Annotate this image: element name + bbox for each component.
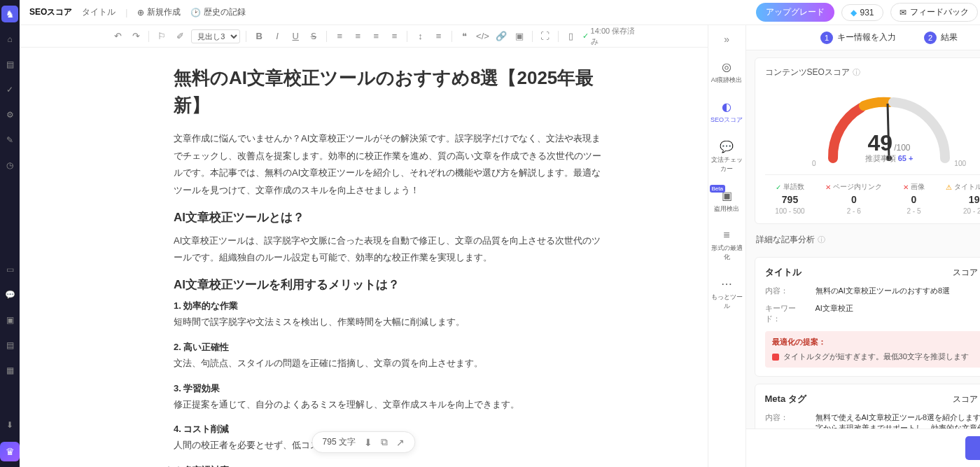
meta-section-head[interactable]: Meta タグ スコア：17/20▾ bbox=[765, 393, 980, 405]
article-h2-1[interactable]: AI文章校正ツールとは？ bbox=[174, 209, 603, 225]
merit-5-title[interactable]: 5. 多言語対応 bbox=[174, 464, 603, 467]
article-p2[interactable]: AI文章校正ツールは、誤字脱字や文脈に合った表現を自動で修正し、文章の品質を向上… bbox=[174, 232, 603, 267]
collapse-icon[interactable]: » bbox=[724, 34, 729, 45]
word-count: 795 文字 bbox=[323, 436, 356, 448]
chat-icon[interactable]: 💬 bbox=[1, 286, 18, 303]
italic-icon[interactable]: I bbox=[270, 29, 284, 44]
step-2[interactable]: 2結果 bbox=[924, 32, 958, 44]
back-button[interactable]: 後退 bbox=[965, 436, 980, 460]
ai-icon: ◎ bbox=[722, 60, 732, 74]
chat-icon: 💬 bbox=[720, 140, 734, 153]
topbar: SEOスコア タイトル | ⊕新規作成 🕑歴史の記録 アップグレード ◆931 … bbox=[20, 0, 980, 25]
mid-sidebar: » ◎AI痕跡検出 ◐SEOスコア 💬文法チェッカー Beta▣盗用検出 ≡形式… bbox=[708, 25, 746, 467]
gear-icon[interactable]: ⚙ bbox=[1, 106, 18, 123]
indent-icon[interactable]: ≡ bbox=[431, 29, 445, 44]
float-bar: 795 文字 ⬇ ⧉ ↗ bbox=[312, 431, 415, 453]
mid-more[interactable]: ⋯もっとツール bbox=[708, 274, 746, 314]
plus-icon: ⊕ bbox=[137, 8, 144, 18]
dots-icon: ⋯ bbox=[721, 277, 732, 291]
title-suggestion: 最適化の提案： タイトルタグが短すぎます。最低30文字を推奨します bbox=[765, 331, 980, 368]
info-icon[interactable]: ⓘ bbox=[853, 67, 860, 78]
upgrade-button[interactable]: アップグレード bbox=[756, 3, 834, 22]
side-icon[interactable]: ▯ bbox=[564, 29, 578, 44]
home-icon[interactable]: ⌂ bbox=[1, 31, 18, 48]
flag-icon[interactable]: ⚐ bbox=[155, 29, 169, 44]
error-square-icon bbox=[772, 354, 779, 361]
seo-card-title: コンテンツSEOスコア bbox=[765, 67, 850, 78]
article-intro[interactable]: 文章作成に悩んでいませんか？AI文章校正ツールがその解決策です。誤字脱字だけでな… bbox=[174, 130, 603, 200]
tab-title[interactable]: タイトル bbox=[82, 6, 115, 18]
image-insert-icon[interactable]: ▣ bbox=[512, 29, 526, 44]
list-icon[interactable]: ▤ bbox=[1, 337, 18, 354]
align-left-icon[interactable]: ≡ bbox=[332, 29, 346, 44]
stat-title-len: ⚠タイトルの長さ1920 - 26 bbox=[946, 182, 980, 215]
check-icon[interactable]: ✓ bbox=[1, 81, 18, 98]
title-analysis-card: タイトル スコア：75/90▾ 内容：無料のAI文章校正ツールのおすすめ8選 キ… bbox=[755, 257, 980, 377]
diamond-icon: ◆ bbox=[850, 8, 857, 18]
mid-format[interactable]: ≡形式の最適化 bbox=[708, 226, 746, 265]
align-center-icon[interactable]: ≡ bbox=[351, 29, 365, 44]
meta-analysis-card: Meta タグ スコア：17/20▾ 内容：無料で使えるAI文章校正ツール8選を… bbox=[755, 384, 980, 428]
merit-3-title[interactable]: 3. 学習効果 bbox=[174, 382, 603, 395]
editor-toolbar: ↶ ↷ ⚐ ✐ 見出し3 B I U S̶ ≡ ≡ ≡ ≡ bbox=[20, 25, 708, 48]
merit-2-title[interactable]: 2. 高い正確性 bbox=[174, 341, 603, 354]
right-panel: 1キー情報を入力 2結果 コンテンツSEOスコアⓘ bbox=[746, 25, 980, 467]
image-icon[interactable]: ▣ bbox=[1, 312, 18, 328]
code-icon[interactable]: </> bbox=[475, 29, 489, 44]
mid-plagiarism[interactable]: Beta▣盗用検出 bbox=[708, 186, 746, 216]
step-1[interactable]: 1キー情報を入力 bbox=[820, 32, 896, 44]
list-ol-icon[interactable]: ≡ bbox=[369, 29, 383, 44]
merit-2-body[interactable]: 文法、句読点、スタイルの問題を正確に指摘し、文章の質を向上させます。 bbox=[174, 355, 603, 372]
stat-words: ✓単語数795100 - 500 bbox=[775, 182, 804, 215]
book-icon[interactable]: ▭ bbox=[1, 261, 18, 278]
app-logo-icon[interactable]: ♞ bbox=[1, 6, 18, 22]
clock-icon: 🕑 bbox=[190, 8, 201, 18]
info-icon[interactable]: ⓘ bbox=[818, 235, 825, 245]
stat-links: ✕ページ内リンク02 - 6 bbox=[825, 182, 882, 215]
strike-icon[interactable]: S̶ bbox=[307, 29, 321, 44]
points-pill[interactable]: ◆931 bbox=[841, 4, 883, 21]
row-handle[interactable]: + ⋮⋮ bbox=[155, 464, 183, 467]
crown-icon[interactable]: ♛ bbox=[0, 442, 20, 461]
list-ul-icon[interactable]: ≡ bbox=[387, 29, 401, 44]
article-h1[interactable]: 無料のAI文章校正ツールのおすすめ8選【2025年最新】 bbox=[174, 64, 603, 119]
history-icon[interactable]: ◷ bbox=[1, 157, 18, 174]
quote-icon[interactable]: ❝ bbox=[457, 29, 471, 44]
lineheight-icon[interactable]: ↕ bbox=[413, 29, 427, 44]
seo-score-value: 49 bbox=[868, 130, 893, 155]
merit-1-body[interactable]: 短時間で誤字脱字や文法ミスを検出し、作業時間を大幅に削減します。 bbox=[174, 314, 603, 331]
article-h2-2[interactable]: AI文章校正ツールを利用するメリットは？ bbox=[174, 277, 603, 293]
fullscreen-icon[interactable]: ⛶ bbox=[538, 29, 552, 44]
heading-select[interactable]: 見出し3 bbox=[191, 29, 240, 43]
history-button[interactable]: 🕑歴史の記録 bbox=[190, 6, 246, 18]
open-icon[interactable]: ↗ bbox=[396, 437, 405, 448]
pencil-icon[interactable]: ✎ bbox=[1, 132, 18, 148]
saved-status: ✓14:00 保存済み bbox=[582, 26, 638, 47]
underline-icon[interactable]: U bbox=[288, 29, 302, 44]
title-section-head[interactable]: タイトル スコア：75/90▾ bbox=[765, 266, 980, 279]
feedback-button[interactable]: ✉フィードバック bbox=[890, 3, 978, 22]
brush-icon[interactable]: ✐ bbox=[173, 29, 187, 44]
bold-icon[interactable]: B bbox=[252, 29, 266, 44]
gauge-icon: ◐ bbox=[722, 100, 732, 113]
stat-images: ✕画像02 - 5 bbox=[903, 182, 925, 215]
new-button[interactable]: ⊕新規作成 bbox=[137, 6, 181, 18]
tab-seo-score[interactable]: SEOスコア bbox=[29, 6, 72, 18]
editor-body[interactable]: 無料のAI文章校正ツールのおすすめ8選【2025年最新】 文章作成に悩んでいませ… bbox=[20, 48, 708, 467]
mid-seo-score[interactable]: ◐SEOスコア bbox=[708, 97, 746, 127]
undo-icon[interactable]: ↶ bbox=[111, 29, 125, 44]
link-icon[interactable]: 🔗 bbox=[494, 29, 508, 44]
doc-icon[interactable]: ▤ bbox=[1, 56, 18, 73]
redo-icon[interactable]: ↷ bbox=[129, 29, 143, 44]
left-sidebar: ♞ ⌂ ▤ ✓ ⚙ ✎ ◷ ▭ 💬 ▣ ▤ ▦ ⬇ ♛ bbox=[0, 0, 20, 467]
merit-1-title[interactable]: 1. 効率的な作業 bbox=[174, 300, 603, 312]
calendar-icon[interactable]: ▦ bbox=[1, 362, 18, 379]
merit-3-body[interactable]: 修正提案を通じて、自分のよくあるミスを理解し、文章作成スキルを向上できます。 bbox=[174, 396, 603, 414]
mid-grammar[interactable]: 💬文法チェッカー bbox=[708, 137, 746, 176]
mail-icon: ✉ bbox=[899, 8, 906, 18]
mid-ai-detect[interactable]: ◎AI痕跡検出 bbox=[708, 57, 746, 88]
copy-icon[interactable]: ⧉ bbox=[381, 436, 388, 448]
format-icon: ≡ bbox=[723, 229, 729, 242]
download-icon[interactable]: ⬇ bbox=[364, 437, 372, 448]
download-icon[interactable]: ⬇ bbox=[1, 417, 18, 433]
